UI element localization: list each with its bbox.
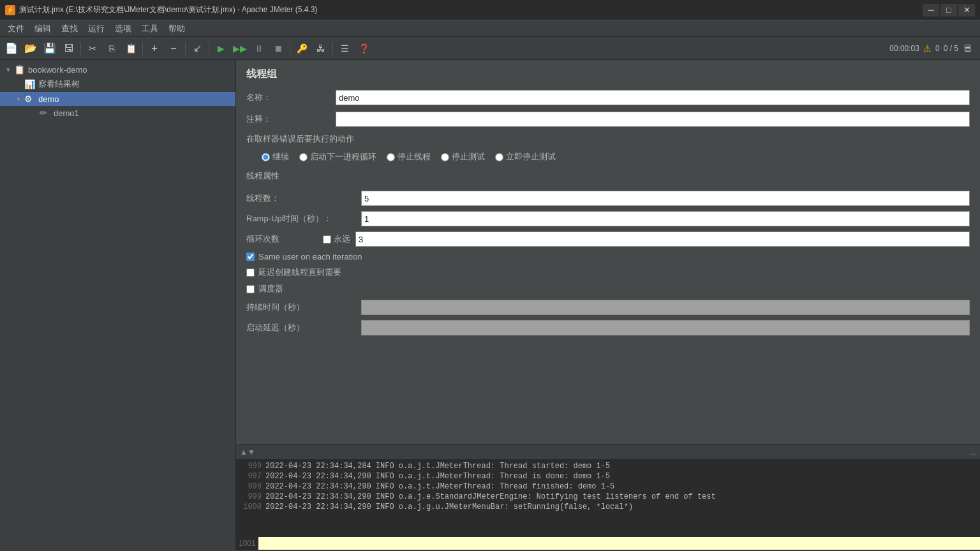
duration-input[interactable] [361,300,970,315]
log-text-3: 2022-04-23 22:34:34,290 INFO o.a.j.t.JMe… [265,482,614,491]
radio-stop-test-input[interactable] [441,153,449,161]
radio-start-next[interactable]: 启动下一进程循环 [299,151,376,163]
key-button[interactable]: 🔑 [293,40,311,57]
name-input[interactable] [336,90,970,105]
pause-button[interactable]: ⏸ [250,40,268,57]
main-resize-handle[interactable] [236,61,240,551]
open-button[interactable]: 📂 [22,40,40,57]
forever-checkbox[interactable] [323,235,331,244]
window-title: 测试计划.jmx (E:\技术研究文档\JMeter文档\demo\测试计划.j… [19,4,923,15]
expand-icon-bookwork: ▼ [5,66,14,73]
save-button[interactable]: 💾 [41,40,59,57]
radio-stop-thread[interactable]: 停止线程 [387,151,431,163]
menu-file[interactable]: 文件 [3,22,29,36]
log-text-4: 2022-04-23 22:34:34,290 INFO o.a.j.e.Sta… [265,492,716,501]
expand-button[interactable]: ↙ [188,40,206,57]
ramp-up-input[interactable] [361,211,970,226]
tree-view: ▼ 📋 bookwork-demo 📊 察看结果树 ▼ ⚙ demo ✏ dem… [0,60,235,550]
tree-item-results[interactable]: 📊 察看结果树 [0,77,235,92]
log-num-2: 997 [239,472,262,481]
cut-button[interactable]: ✂ [84,40,101,57]
error-action-label: 在取样器错误后要执行的动作 [246,133,970,145]
menu-tools[interactable]: 工具 [137,22,163,36]
menu-help[interactable]: 帮助 [163,22,190,36]
tree-label-results: 察看结果树 [38,78,80,90]
log-command-input[interactable] [258,537,980,550]
item-icon-demo: ⚙ [24,94,36,104]
radio-stop-thread-input[interactable] [387,153,395,161]
log-more[interactable]: ... [970,448,976,456]
radio-stop-now-input[interactable] [495,153,503,161]
scheduler-checkbox[interactable] [246,285,255,293]
loop-count-label: 循环次数 [246,233,323,245]
comment-label: 注释： [246,114,336,125]
warn-count: 0 [935,44,940,53]
same-user-checkbox[interactable] [246,253,255,261]
start-delay-label: 启动延迟（秒） [246,322,361,334]
tree-label-demo1: demo1 [54,108,79,118]
sep6 [332,42,333,55]
scheduler-label[interactable]: 调度器 [258,283,283,295]
new-button[interactable]: 📄 [3,40,20,57]
thread-count-input[interactable] [361,191,970,206]
maximize-button[interactable]: □ [940,4,957,17]
remove-button[interactable]: − [165,40,182,57]
menu-bar: 文件 编辑 查找 运行 选项 工具 帮助 [0,20,980,37]
forever-label[interactable]: 永远 [334,233,350,245]
app-icon: ⚡ [5,5,15,15]
menu-edit[interactable]: 编辑 [29,22,56,36]
delayed-create-checkbox[interactable] [246,268,255,277]
form-area: 线程组 名称： 注释： 在取样器错误后要执行的动作 继续 [236,60,980,444]
radio-stop-test-label: 停止测试 [452,151,485,163]
radio-start-next-input[interactable] [299,153,308,161]
run-button[interactable]: ▶ [212,40,230,57]
scheduler-row: 调度器 [246,283,970,295]
log-arrows[interactable]: ▲▼ [240,448,255,457]
toolbar: 📄 📂 💾 🖫 ✂ ⎘ 📋 + − ↙ ▶ ▶▶ ⏸ ⏹ 🔑 🖧 ☰ ❓ 00:… [0,37,980,60]
warning-icon: ⚠ [923,43,932,54]
menu-options[interactable]: 选项 [110,22,137,36]
thread-count-row: 线程数： [246,191,970,206]
radio-continue[interactable]: 继续 [262,151,289,163]
sidebar-resize-handle[interactable] [232,60,235,550]
tree-label-bookwork: bookwork-demo [28,65,87,75]
comment-input[interactable] [336,112,970,127]
ramp-up-label: Ramp-Up时间（秒）： [246,213,361,224]
tree-item-bookwork-demo[interactable]: ▼ 📋 bookwork-demo [0,62,235,77]
stop-button[interactable]: ⏹ [269,40,287,57]
radio-start-next-label: 启动下一进程循环 [310,151,376,163]
item-icon-results: 📊 [24,79,36,89]
help-button[interactable]: ❓ [355,40,373,57]
thread-props-title: 线程属性 [246,170,970,184]
copy-button[interactable]: ⎘ [103,40,121,57]
list-button[interactable]: ☰ [336,40,353,57]
start-delay-row: 启动延迟（秒） [246,320,970,335]
remote-button[interactable]: 🖧 [312,40,330,57]
loop-count-input[interactable] [355,231,970,247]
tree-item-demo1[interactable]: ✏ demo1 [0,106,235,120]
log-num-3: 998 [239,482,262,491]
delayed-create-label[interactable]: 延迟创建线程直到需要 [258,267,341,278]
radio-continue-input[interactable] [262,153,270,161]
run-no-pause-button[interactable]: ▶▶ [231,40,249,57]
thread-count-label: 线程数： [246,193,361,204]
log-line-2: 997 2022-04-23 22:34:34,290 INFO o.a.j.t… [239,471,977,481]
menu-find[interactable]: 查找 [56,22,83,36]
menu-run[interactable]: 运行 [83,22,110,36]
log-num-4: 999 [239,492,262,501]
add-button[interactable]: + [145,40,163,57]
loop-count-row: 循环次数 永远 [246,231,970,247]
close-button[interactable]: ✕ [958,4,975,17]
minimize-button[interactable]: ─ [923,4,939,17]
radio-stop-thread-label: 停止线程 [397,151,431,163]
radio-stop-now[interactable]: 立即停止测试 [495,151,556,163]
same-user-label[interactable]: Same user on each iteration [258,252,362,261]
paste-button[interactable]: 📋 [122,40,140,57]
radio-stop-test[interactable]: 停止测试 [441,151,485,163]
name-row: 名称： [246,90,970,105]
tree-item-demo[interactable]: ▼ ⚙ demo [0,92,235,106]
save-as-button[interactable]: 🖫 [60,40,78,57]
sidebar: ▼ 📋 bookwork-demo 📊 察看结果树 ▼ ⚙ demo ✏ dem… [0,60,236,550]
start-delay-input[interactable] [361,320,970,335]
duration-label: 持续时间（秒） [246,302,361,313]
